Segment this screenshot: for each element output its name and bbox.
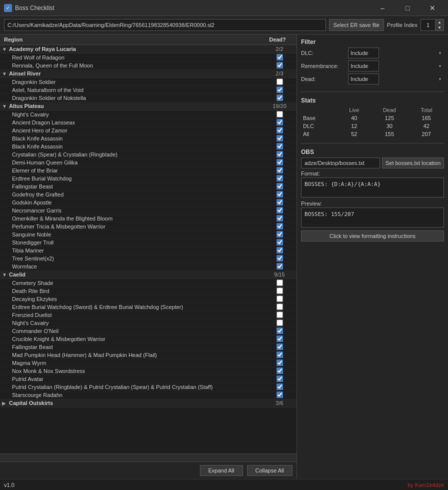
stats-dead: 155 (370, 130, 408, 138)
boss-check (264, 384, 294, 390)
format-label: Format: (301, 170, 444, 176)
region-row[interactable]: ▼ Altus Plateau 19/20 (0, 102, 296, 110)
boss-row: Demi-Human Queen Gilika (0, 158, 296, 166)
boss-checkbox[interactable] (276, 143, 283, 150)
region-toggle[interactable]: ▼ (2, 46, 9, 52)
spin-down-button[interactable]: ▼ (436, 25, 444, 30)
boss-checkbox[interactable] (276, 231, 283, 238)
boss-checkbox[interactable] (276, 263, 283, 270)
boss-checkbox[interactable] (276, 280, 283, 286)
boss-checkbox[interactable] (276, 119, 283, 126)
boss-name: Sanguine Noble (12, 232, 264, 238)
boss-checkbox[interactable] (276, 191, 283, 198)
boss-checkbox[interactable] (276, 288, 283, 294)
maximize-button[interactable]: □ (396, 0, 419, 16)
boss-checkbox[interactable] (276, 336, 283, 342)
boss-checkbox[interactable] (276, 223, 283, 230)
boss-row: Godefroy the Grafted (0, 190, 296, 198)
boss-checkbox[interactable] (276, 54, 283, 60)
boss-row: Erdtree Burial Watchdog (Sword) & Erdtre… (0, 303, 296, 311)
title-bar-title: Boss Checklist (15, 4, 54, 12)
boss-checkbox[interactable] (276, 255, 283, 262)
region-row[interactable]: ▼ Academy of Raya Lucaria 2/2 (0, 45, 296, 54)
boss-name: Ancient Hero of Zamor (12, 128, 264, 134)
boss-checkbox[interactable] (276, 376, 283, 382)
region-toggle[interactable]: ▶ (2, 400, 9, 406)
boss-check (264, 231, 294, 238)
boss-checkbox[interactable] (276, 320, 283, 326)
boss-checkbox[interactable] (276, 175, 283, 182)
boss-row: Necromancer Garris (0, 206, 296, 214)
minimize-button[interactable]: – (371, 0, 394, 16)
filter-dead-wrap: Include Exclude Only (348, 74, 444, 84)
boss-checkbox[interactable] (276, 183, 283, 190)
horizontal-scrollbar[interactable] (0, 454, 296, 462)
region-row[interactable]: ▼ Ainsel River 2/3 (0, 70, 296, 78)
boss-checkbox[interactable] (276, 127, 283, 134)
boss-checkbox[interactable] (276, 111, 283, 118)
boss-list[interactable]: ▼ Academy of Raya Lucaria 2/2 Red Wolf o… (0, 45, 296, 454)
boss-check (264, 376, 294, 382)
boss-checkbox[interactable] (276, 199, 283, 206)
region-row[interactable]: ▼ Caelid 9/15 (0, 270, 296, 279)
filter-remembrance-select[interactable]: Include Exclude Only (348, 60, 379, 72)
boss-checkbox[interactable] (276, 239, 283, 246)
boss-name: Godefroy the Grafted (12, 192, 264, 198)
collapse-all-button[interactable]: Collapse All (247, 465, 292, 476)
filter-dlc-wrap: Include Exclude Only (348, 48, 444, 58)
boss-name: Perfumer Tricia & Misbegotten Warrior (12, 224, 264, 230)
boss-row: Magma Wyrm (0, 359, 296, 367)
boss-checkbox[interactable] (276, 159, 283, 166)
boss-check (264, 239, 294, 246)
region-name: Caelid (9, 272, 264, 278)
filter-dead-select[interactable]: Include Exclude Only (348, 74, 379, 84)
boss-check (264, 191, 294, 198)
boss-checkbox[interactable] (276, 94, 283, 101)
boss-checkbox[interactable] (276, 384, 283, 390)
boss-checkbox[interactable] (276, 328, 283, 334)
format-box[interactable]: BOSSES: {D:A:A}/{A:A:A} (301, 178, 444, 198)
boss-check (264, 54, 294, 60)
filter-dlc-select[interactable]: Include Exclude Only (348, 48, 379, 58)
boss-checkbox[interactable] (276, 86, 283, 93)
boss-checkbox[interactable] (276, 352, 283, 358)
boss-checkbox[interactable] (276, 368, 283, 374)
boss-checkbox[interactable] (276, 344, 283, 350)
expand-all-button[interactable]: Expand All (200, 465, 243, 476)
boss-check (264, 119, 294, 126)
boss-row: Death Rite Bird (0, 287, 296, 295)
boss-checkbox[interactable] (276, 304, 283, 310)
formatting-instructions-button[interactable]: Click to view formatting instructions (301, 230, 444, 242)
boss-checkbox[interactable] (276, 151, 283, 158)
region-toggle[interactable]: ▼ (2, 71, 9, 76)
boss-checkbox[interactable] (276, 392, 283, 398)
region-row[interactable]: ▶ Capital Outskirts 3/6 (0, 399, 296, 408)
boss-check (264, 320, 294, 326)
boss-name: Black Knife Assassin (12, 136, 264, 142)
boss-checkbox[interactable] (276, 135, 283, 142)
obs-title: OBS (301, 148, 444, 156)
filter-section: Filter DLC: Include Exclude Only Remembr… (301, 38, 444, 86)
boss-checkbox[interactable] (276, 62, 283, 68)
boss-checkbox[interactable] (276, 360, 283, 366)
boss-row: Fallingstar Beast (0, 343, 296, 351)
boss-checkbox[interactable] (276, 215, 283, 222)
boss-check (264, 127, 294, 134)
obs-path-input[interactable] (301, 158, 380, 168)
boss-checkbox[interactable] (276, 167, 283, 174)
boss-name: Crystalian (Spear) & Crystalian (Ringbla… (12, 152, 264, 158)
spin-up-button[interactable]: ▲ (436, 20, 444, 25)
select-save-button[interactable]: Select ER save file (329, 19, 384, 31)
boss-checkbox[interactable] (276, 312, 283, 318)
obs-set-button[interactable]: Set bosses.txt location (382, 158, 444, 168)
region-toggle[interactable]: ▼ (2, 104, 9, 109)
boss-checkbox[interactable] (276, 207, 283, 214)
boss-checkbox[interactable] (276, 296, 283, 302)
region-name: Ainsel River (9, 70, 264, 76)
filter-remembrance-label: Remembrance: (301, 63, 346, 69)
boss-checkbox[interactable] (276, 247, 283, 254)
save-path-input[interactable] (4, 19, 326, 31)
boss-checkbox[interactable] (276, 78, 283, 85)
close-button[interactable]: ✕ (421, 0, 444, 16)
region-toggle[interactable]: ▼ (2, 272, 9, 278)
